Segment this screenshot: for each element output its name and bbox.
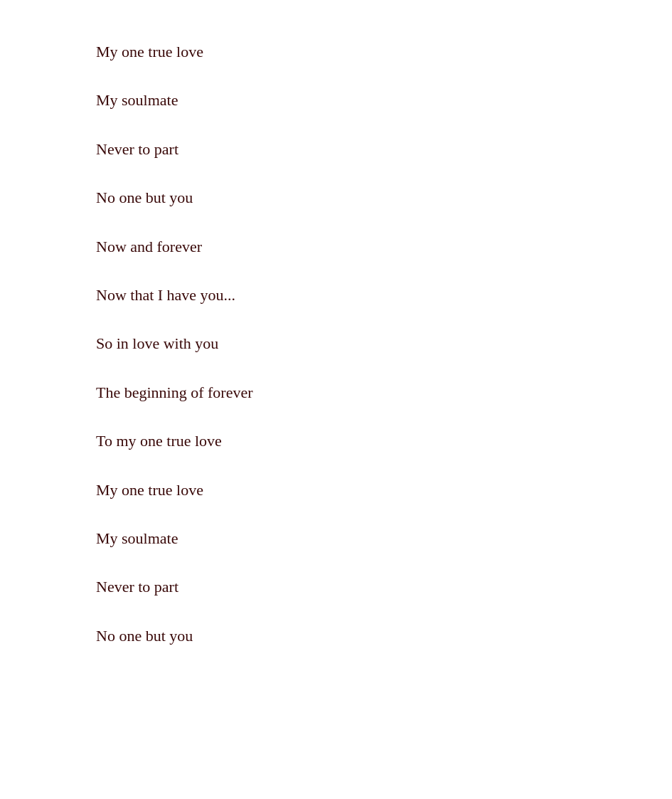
list-item: My one true love: [96, 481, 672, 499]
list-item: My soulmate: [96, 91, 672, 110]
list-item: No one but you: [96, 189, 672, 207]
list-item: My soulmate: [96, 529, 672, 548]
list-item: Never to part: [96, 578, 672, 596]
list-item: Never to part: [96, 140, 672, 159]
list-item: No one but you: [96, 627, 672, 645]
list-item: To my one true love: [96, 432, 672, 450]
items-list: My one true loveMy soulmateNever to part…: [0, 0, 672, 718]
list-item: Now and forever: [96, 238, 672, 256]
list-item: My one true love: [96, 43, 672, 61]
list-item: The beginning of forever: [96, 383, 672, 402]
list-item: Now that I have you...: [96, 286, 672, 305]
list-item: So in love with you: [96, 334, 672, 353]
